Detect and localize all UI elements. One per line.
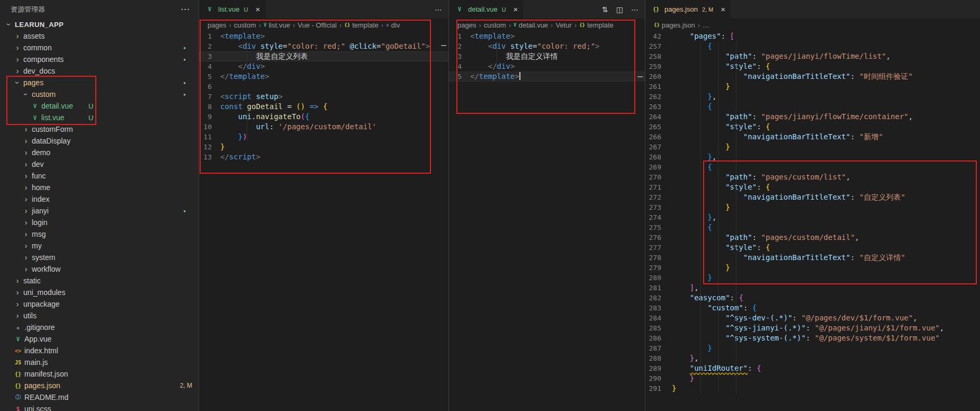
code-line[interactable]: 268 }, [645, 152, 980, 162]
tree-item-dev[interactable]: ›dev [0, 158, 199, 170]
tree-item-common[interactable]: ›common● [0, 42, 199, 53]
tree-item-dataDisplay[interactable]: ›dataDisplay [0, 135, 199, 147]
breadcrumb-item-custom[interactable]: custom [234, 21, 256, 29]
tree-item-components[interactable]: ›components● [0, 53, 199, 65]
more-actions-icon[interactable]: ⋯ [181, 4, 190, 15]
code-line[interactable]: 271 "style": { [645, 182, 980, 192]
tab-detail.vue[interactable]: Vdetail.vueU× [449, 0, 524, 19]
code-line[interactable]: 263 { [645, 102, 980, 112]
tree-item-assets[interactable]: ›assets [0, 30, 199, 42]
code-line[interactable]: 5</template> [449, 72, 645, 82]
tree-item-pages[interactable]: ›pages● [0, 77, 199, 88]
code-line[interactable]: 5</template> [199, 72, 448, 82]
breadcrumb-item-Vetur[interactable]: Vetur [555, 21, 571, 29]
breadcrumb-item-detail.vue[interactable]: Vdetail.vue [514, 21, 548, 29]
tree-item-unpackage[interactable]: ›unpackage [0, 298, 199, 310]
code-line[interactable]: 282 "easycom": { [645, 293, 980, 303]
code-line[interactable]: 1<template> [199, 31, 448, 41]
code-line[interactable]: 288 }, [645, 353, 980, 363]
code-line[interactable]: 286 "^sys-system-(.*)": "@/pages/system/… [645, 333, 980, 343]
tree-item-detail.vue[interactable]: Vdetail.vueU [0, 100, 199, 112]
code-line[interactable]: 287 } [645, 343, 980, 353]
code-line[interactable]: 42 "pages": [ [645, 31, 980, 41]
tree-item-App.vue[interactable]: VApp.vue [0, 333, 199, 345]
more-actions-icon[interactable]: ⋯ [435, 5, 442, 14]
code-line[interactable]: 273 } [645, 202, 980, 212]
close-icon[interactable]: × [514, 5, 518, 13]
tree-item-manifest.json[interactable]: {}manifest.json [0, 368, 199, 380]
breadcrumb-item-custom[interactable]: custom [484, 21, 506, 29]
code-line[interactable]: 261 } [645, 82, 980, 92]
code-line[interactable]: 13</script> [199, 152, 448, 162]
code-line[interactable]: 259 "style": { [645, 61, 980, 72]
breadcrumb-item-…[interactable]: … [703, 21, 709, 29]
code-line[interactable]: 4 </div> [449, 61, 645, 72]
code-line[interactable]: 12} [199, 142, 448, 152]
close-icon[interactable]: × [255, 5, 260, 13]
code-editor[interactable]: 1<template>2 <div style="color: red;">3 … [449, 31, 645, 411]
tree-item-LEARUN_APP[interactable]: ›LEARUN_APP [0, 19, 199, 30]
breadcrumb-item-template[interactable]: {}template [344, 21, 379, 29]
tree-item-custom[interactable]: ›custom● [0, 88, 199, 100]
tree-item-index.html[interactable]: <>index.html [0, 345, 199, 356]
tree-item-.gitignore[interactable]: ◆.gitignore [0, 321, 199, 333]
code-line[interactable]: 284 "^sys-dev-(.*)": "@/pages/dev/$1/for… [645, 313, 980, 323]
code-line[interactable]: 272 "navigationBarTitleText": "自定义列表" [645, 192, 980, 202]
tree-item-customForm[interactable]: ›customForm [0, 123, 199, 135]
tab-list.vue[interactable]: Vlist.vueU× [199, 0, 266, 19]
tree-item-workflow[interactable]: ›workflow [0, 263, 199, 275]
code-line[interactable]: 274 }, [645, 212, 980, 222]
tree-item-msg[interactable]: ›msg [0, 228, 199, 240]
code-line[interactable]: 269 { [645, 162, 980, 172]
code-line[interactable]: 278 "navigationBarTitleText": "自定义详情" [645, 253, 980, 263]
tree-item-dev_docs[interactable]: ›dev_docs [0, 65, 199, 77]
tree-item-my[interactable]: ›my [0, 240, 199, 252]
code-line[interactable]: 264 "path": "pages/jianyi/flowTime/conta… [645, 112, 980, 122]
breadcrumb-item-div[interactable]: ◇div [386, 21, 400, 29]
code-line[interactable]: 260 "navigationBarTitleText": "时间组件验证" [645, 72, 980, 82]
code-line[interactable]: 265 "style": { [645, 122, 980, 132]
code-line[interactable]: 3 我是自定义详情 [449, 51, 645, 61]
code-line[interactable]: 7<script setup> [199, 92, 448, 102]
tree-item-utils[interactable]: ›utils [0, 310, 199, 321]
tree-item-index[interactable]: ›index [0, 193, 199, 205]
tree-item-func[interactable]: ›func [0, 170, 199, 182]
code-line[interactable]: 275 { [645, 222, 980, 233]
code-line[interactable]: 262 }, [645, 92, 980, 102]
tree-item-README.md[interactable]: ⓘREADME.md [0, 391, 199, 403]
code-line[interactable]: 11 }) [199, 132, 448, 142]
tree-item-login[interactable]: ›login [0, 217, 199, 228]
code-line[interactable]: 258 "path": "pages/jianyi/flowTime/list"… [645, 51, 980, 61]
code-line[interactable]: 3 我是自定义列表 [199, 51, 448, 61]
code-line[interactable]: 277 "style": { [645, 243, 980, 253]
open-changes-icon[interactable]: ⇅ [602, 5, 608, 14]
code-line[interactable]: 9 uni.navigateTo({ [199, 112, 448, 122]
code-line[interactable]: 257 { [645, 41, 980, 51]
code-line[interactable]: 2 <div style="color: red;" @click="goDet… [199, 41, 448, 51]
code-line[interactable]: 276 "path": "pages/custom/detail", [645, 233, 980, 243]
code-line[interactable]: 266 "navigationBarTitleText": "新增" [645, 132, 980, 142]
breadcrumb-item-list.vue[interactable]: Vlist.vue [264, 21, 290, 29]
tree-item-pages.json[interactable]: {}pages.json2, M [0, 380, 199, 391]
split-editor-icon[interactable]: ◫ [616, 5, 623, 14]
tree-item-home[interactable]: ›home [0, 182, 199, 193]
code-line[interactable]: 290 } [645, 373, 980, 383]
breadcrumb-item-pages[interactable]: pages [208, 21, 226, 29]
code-line[interactable]: 270 "path": "pages/custom/list", [645, 172, 980, 182]
code-line[interactable]: 267 } [645, 142, 980, 152]
code-line[interactable]: 1<template> [449, 31, 645, 41]
code-editor[interactable]: 1<template>2 <div style="color: red;" @c… [199, 31, 448, 411]
code-line[interactable]: 10 url: '/pages/custom/detail' [199, 122, 448, 132]
code-line[interactable]: 2 <div style="color: red;"> [449, 41, 645, 51]
code-line[interactable]: 291} [645, 383, 980, 394]
code-line[interactable]: 285 "^sys-jianyi-(.*)": "@/pages/jianyi/… [645, 323, 980, 333]
code-line[interactable]: 281 ], [645, 283, 980, 293]
tree-item-uni_modules[interactable]: ›uni_modules [0, 287, 199, 298]
code-line[interactable]: 283 "custom": { [645, 303, 980, 313]
tree-item-system[interactable]: ›system [0, 252, 199, 263]
code-line[interactable]: 8const goDetail = () => { [199, 102, 448, 112]
tree-item-list.vue[interactable]: Vlist.vueU [0, 112, 199, 123]
tree-item-main.js[interactable]: JSmain.js [0, 356, 199, 368]
tab-pages.json[interactable]: {}pages.json2, M× [645, 0, 731, 19]
code-line[interactable]: 280 } [645, 273, 980, 283]
